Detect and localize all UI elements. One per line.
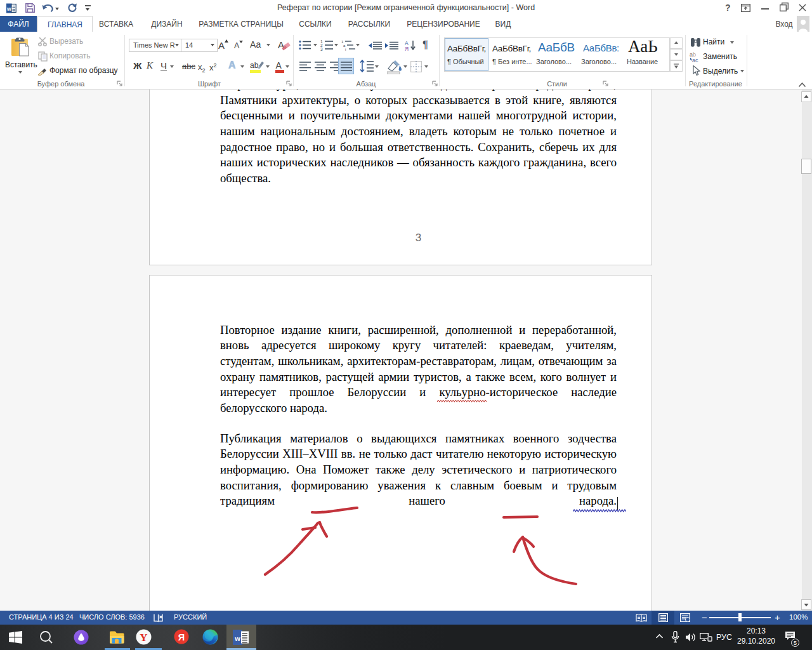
svg-text:А: А (405, 40, 409, 46)
svg-text:ab: ab (250, 61, 259, 70)
svg-text:ac: ac (692, 57, 698, 63)
svg-text:Я: Я (405, 46, 409, 51)
svg-text:w: w (234, 635, 240, 642)
svg-text:Я: Я (178, 632, 185, 642)
svg-text:Y: Y (140, 632, 147, 644)
svg-text:А: А (276, 60, 282, 70)
svg-text:3: 3 (320, 47, 323, 51)
svg-text:i: i (345, 48, 346, 51)
